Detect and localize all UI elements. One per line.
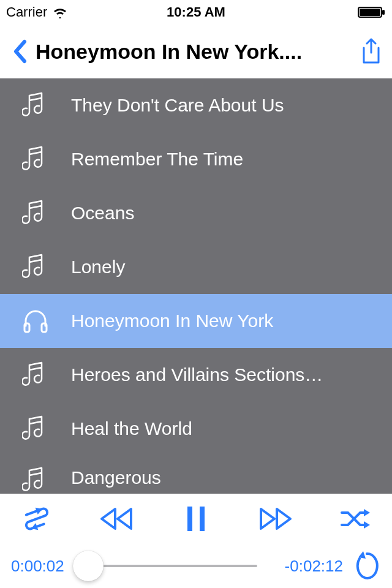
music-note-icon	[22, 467, 56, 494]
status-time: 10:25 AM	[167, 4, 225, 20]
chevron-left-icon	[12, 39, 27, 64]
shuffle-icon	[339, 507, 371, 531]
track-label: Remember The Time	[71, 149, 370, 170]
music-note-icon	[22, 361, 56, 388]
previous-button[interactable]	[94, 500, 138, 537]
track-row[interactable]: Oceans	[0, 186, 392, 240]
track-label: They Don't Care About Us	[71, 95, 370, 116]
back-button[interactable]	[7, 33, 32, 70]
nav-bar: Honeymoon In New York....	[0, 24, 392, 78]
share-icon	[360, 38, 382, 65]
pause-icon	[185, 505, 207, 532]
status-right	[358, 6, 386, 18]
repeat-button[interactable]	[15, 500, 59, 537]
battery-icon	[358, 6, 386, 18]
track-row[interactable]: Remember The Time	[0, 132, 392, 186]
track-row[interactable]: Dangerous	[0, 456, 392, 494]
page-title: Honeymoon In New York....	[36, 40, 354, 64]
track-list[interactable]: They Don't Care About Us Remember The Ti…	[0, 78, 392, 494]
track-label: Heroes and Villains Sections…	[71, 364, 370, 385]
track-label: Dangerous	[71, 462, 370, 494]
wifi-icon	[52, 6, 68, 18]
music-note-icon	[22, 415, 56, 442]
svg-rect-1	[360, 9, 380, 16]
repeat-icon	[21, 503, 53, 535]
repeat-one-button[interactable]	[353, 548, 381, 584]
track-row[interactable]: Lonely	[0, 240, 392, 294]
slider-track	[85, 565, 257, 567]
shuffle-button[interactable]	[333, 500, 377, 537]
music-note-icon	[22, 254, 56, 281]
rewind-icon	[98, 507, 135, 531]
track-row[interactable]: Honeymoon In New York	[0, 294, 392, 348]
carrier-label: Carrier	[6, 4, 47, 20]
track-row[interactable]: They Don't Care About Us	[0, 78, 392, 132]
progress-slider[interactable]	[85, 554, 257, 578]
next-button[interactable]	[254, 500, 298, 537]
music-note-icon	[22, 146, 56, 173]
slider-thumb[interactable]	[73, 551, 104, 581]
track-label: Honeymoon In New York	[71, 311, 370, 331]
track-row[interactable]: Heroes and Villains Sections…	[0, 348, 392, 402]
music-note-icon	[22, 92, 56, 119]
player-controls	[0, 494, 392, 544]
progress-row: 0:00:02 -0:02:12	[0, 544, 392, 588]
repeat-one-icon	[355, 550, 379, 582]
remaining-time: -0:02:12	[263, 557, 343, 576]
headphones-icon	[22, 307, 56, 334]
track-label: Lonely	[71, 257, 370, 277]
track-label: Heal the World	[71, 418, 370, 439]
svg-rect-4	[42, 323, 47, 332]
svg-rect-6	[200, 507, 205, 531]
elapsed-time: 0:00:02	[11, 557, 78, 576]
track-label: Oceans	[71, 203, 370, 224]
music-note-icon	[22, 200, 56, 227]
forward-icon	[257, 507, 294, 531]
svg-rect-5	[187, 507, 192, 531]
svg-rect-3	[24, 323, 29, 332]
status-left: Carrier	[6, 4, 68, 20]
status-bar: Carrier 10:25 AM	[0, 0, 392, 24]
track-row[interactable]: Heal the World	[0, 402, 392, 456]
pause-button[interactable]	[174, 500, 218, 537]
svg-rect-2	[382, 10, 385, 15]
share-button[interactable]	[358, 33, 385, 70]
